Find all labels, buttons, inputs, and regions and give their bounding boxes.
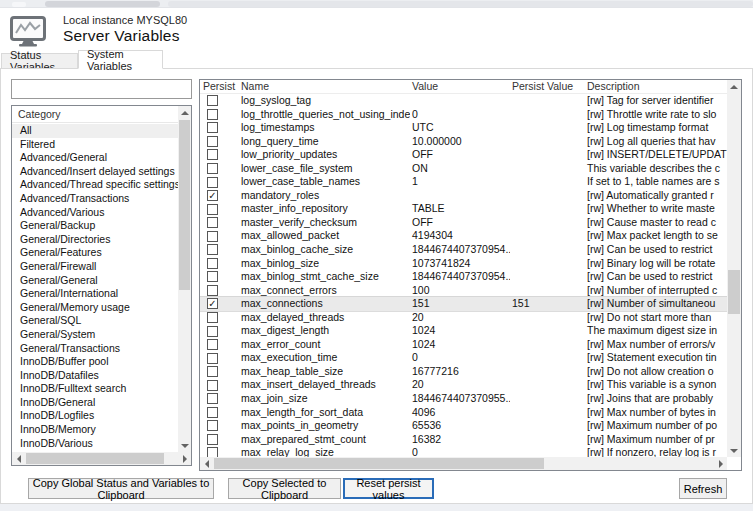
scrollbar-thumb[interactable] xyxy=(26,453,164,464)
category-item[interactable]: InnoDB/Datafiles xyxy=(12,369,178,383)
scroll-down-icon[interactable] xyxy=(727,444,741,457)
scroll-left-icon[interactable] xyxy=(12,452,25,465)
category-item[interactable]: General/Features xyxy=(12,246,178,260)
table-row[interactable]: max_error_count1024[rw] Max number of er… xyxy=(200,338,727,352)
persist-checkbox[interactable] xyxy=(207,136,218,147)
table-row[interactable]: max_delayed_threads20[rw] Do not start m… xyxy=(200,311,727,325)
persist-checkbox[interactable] xyxy=(207,122,218,133)
table-row[interactable]: max_execution_time0[rw] Statement execut… xyxy=(200,351,727,365)
category-horizontal-scrollbar[interactable] xyxy=(12,452,191,465)
category-item[interactable]: General/General xyxy=(12,274,178,288)
table-row[interactable]: max_connect_errors100[rw] Number of inte… xyxy=(200,284,727,298)
persist-checkbox[interactable] xyxy=(207,326,218,337)
category-item[interactable]: Advanced/General xyxy=(12,151,178,165)
persist-checkbox[interactable]: ✓ xyxy=(207,190,218,201)
persist-checkbox[interactable] xyxy=(207,258,218,269)
table-row[interactable]: max_binlog_cache_size1844674407370954...… xyxy=(200,243,727,257)
persist-checkbox[interactable] xyxy=(207,420,218,431)
column-header-value[interactable]: Value xyxy=(410,80,510,93)
category-item[interactable]: Advanced/Insert delayed settings xyxy=(12,165,178,179)
scrollbar-thumb[interactable] xyxy=(179,120,190,290)
category-vertical-scrollbar[interactable] xyxy=(178,106,191,452)
persist-checkbox[interactable] xyxy=(207,217,218,228)
persist-checkbox[interactable] xyxy=(207,204,218,215)
table-row[interactable]: max_prepared_stmt_count16382[rw] Maximum… xyxy=(200,433,727,447)
category-item[interactable]: Advanced/Thread specific settings xyxy=(12,178,178,192)
scroll-up-icon[interactable] xyxy=(178,106,191,119)
persist-checkbox[interactable] xyxy=(207,312,218,323)
category-item[interactable]: All xyxy=(12,124,178,138)
persist-checkbox[interactable] xyxy=(207,95,218,106)
category-item[interactable]: General/SQL xyxy=(12,314,178,328)
table-row[interactable]: max_join_size1844674407370955...[rw] Joi… xyxy=(200,392,727,406)
table-row[interactable]: ✓mandatory_roles[rw] Automatically grant… xyxy=(200,189,727,203)
scroll-right-icon[interactable] xyxy=(714,457,727,470)
scroll-up-icon[interactable] xyxy=(727,80,741,93)
persist-checkbox[interactable] xyxy=(207,149,218,160)
category-item[interactable]: General/Directories xyxy=(12,233,178,247)
category-item[interactable]: General/International xyxy=(12,287,178,301)
persist-checkbox[interactable] xyxy=(207,231,218,242)
persist-checkbox[interactable] xyxy=(207,285,218,296)
table-row[interactable]: master_verify_checksumOFF[rw] Cause mast… xyxy=(200,216,727,230)
persist-checkbox[interactable] xyxy=(207,244,218,255)
table-row[interactable]: max_digest_length1024The maximum digest … xyxy=(200,324,727,338)
category-item[interactable]: Filtered xyxy=(12,138,178,152)
tab-status-variables[interactable]: Status Variables xyxy=(1,53,78,69)
persist-checkbox[interactable]: ✓ xyxy=(207,298,218,309)
table-row[interactable]: max_insert_delayed_threads20[rw] This va… xyxy=(200,378,727,392)
category-column-header[interactable]: Category xyxy=(12,106,178,123)
scrollbar-thumb[interactable] xyxy=(728,270,740,314)
category-item[interactable]: General/Backup xyxy=(12,219,178,233)
category-item[interactable]: InnoDB/Logfiles xyxy=(12,409,178,423)
persist-checkbox[interactable] xyxy=(207,393,218,404)
category-item[interactable]: InnoDB/Memory xyxy=(12,423,178,437)
category-item[interactable]: Advanced/Transactions xyxy=(12,192,178,206)
persist-checkbox[interactable] xyxy=(207,163,218,174)
table-row[interactable]: master_info_repositoryTABLE[rw] Whether … xyxy=(200,202,727,216)
persist-checkbox[interactable] xyxy=(207,407,218,418)
table-row[interactable]: max_points_in_geometry65536[rw] Maximum … xyxy=(200,419,727,433)
table-row[interactable]: log_timestampsUTC[rw] Log timestamp form… xyxy=(200,121,727,135)
column-header-description[interactable]: Description xyxy=(585,80,727,93)
scroll-left-icon[interactable] xyxy=(200,457,213,470)
copy-global-status-button[interactable]: Copy Global Status and Variables to Clip… xyxy=(28,478,214,499)
tab-system-variables[interactable]: System Variables xyxy=(78,50,163,69)
category-item[interactable]: InnoDB/General xyxy=(12,396,178,410)
category-item[interactable]: InnoDB/Various xyxy=(12,437,178,451)
table-row[interactable]: lower_case_table_names1If set to 1, tabl… xyxy=(200,175,727,189)
reset-persist-values-button[interactable]: Reset persist values xyxy=(343,478,434,499)
persist-checkbox[interactable] xyxy=(207,271,218,282)
table-row[interactable]: lower_case_file_systemONThis variable de… xyxy=(200,162,727,176)
table-row[interactable]: max_length_for_sort_data4096[rw] Max num… xyxy=(200,406,727,420)
table-row[interactable]: ✓max_connections151151[rw] Number of sim… xyxy=(200,297,727,311)
persist-checkbox[interactable] xyxy=(207,177,218,188)
persist-checkbox[interactable] xyxy=(207,353,218,364)
scroll-right-icon[interactable] xyxy=(178,452,191,465)
table-row[interactable]: log_syslog_tag[rw] Tag for server identi… xyxy=(200,94,727,108)
grid-horizontal-scrollbar[interactable] xyxy=(200,457,727,470)
category-item[interactable]: Advanced/Various xyxy=(12,206,178,220)
column-header-persist[interactable]: Persist xyxy=(200,80,239,93)
category-filter-input[interactable] xyxy=(11,79,192,99)
table-row[interactable]: log_throttle_queries_not_using_inde...0[… xyxy=(200,108,727,122)
table-row[interactable]: long_query_time10.000000[rw] Log all que… xyxy=(200,135,727,149)
column-header-name[interactable]: Name xyxy=(239,80,410,93)
grid-vertical-scrollbar[interactable] xyxy=(727,80,741,457)
table-row[interactable]: low_priority_updatesOFF[rw] INSERT/DELET… xyxy=(200,148,727,162)
table-row[interactable]: max_binlog_stmt_cache_size18446744073709… xyxy=(200,270,727,284)
category-item[interactable]: General/Transactions xyxy=(12,342,178,356)
category-item[interactable]: InnoDB/Buffer pool xyxy=(12,355,178,369)
column-header-persist-value[interactable]: Persist Value xyxy=(510,80,585,93)
table-row[interactable]: max_allowed_packet4194304[rw] Max packet… xyxy=(200,229,727,243)
table-row[interactable]: max_heap_table_size16777216[rw] Do not a… xyxy=(200,365,727,379)
category-item[interactable]: InnoDB/Fulltext search xyxy=(12,382,178,396)
scrollbar-thumb[interactable] xyxy=(214,458,544,469)
refresh-button[interactable]: Refresh xyxy=(679,478,727,499)
persist-checkbox[interactable] xyxy=(207,339,218,350)
persist-checkbox[interactable] xyxy=(207,434,218,445)
persist-checkbox[interactable] xyxy=(207,109,218,120)
copy-selected-button[interactable]: Copy Selected to Clipboard xyxy=(228,478,341,499)
scroll-down-icon[interactable] xyxy=(178,439,191,452)
table-row[interactable]: max_binlog_size1073741824[rw] Binary log… xyxy=(200,257,727,271)
